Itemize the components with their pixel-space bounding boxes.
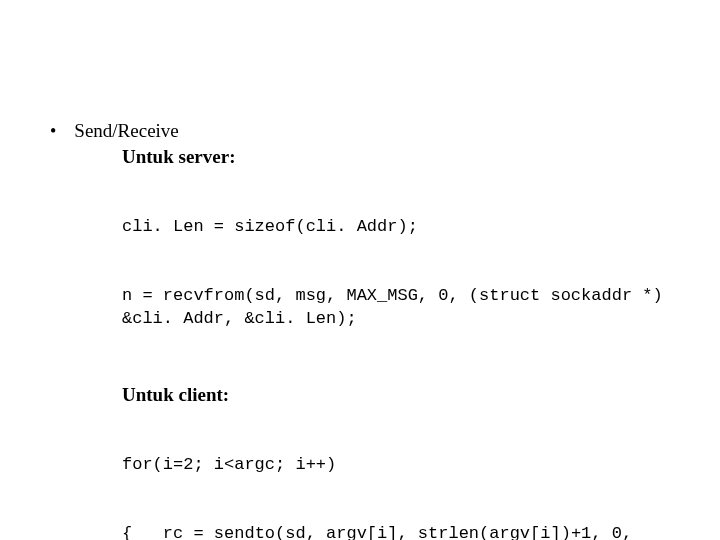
server-code-line: cli. Len = sizeof(cli. Addr); [122,216,680,239]
client-heading: Untuk client: [122,384,680,406]
client-code-line: for(i=2; i<argc; i++) [122,454,680,477]
server-section: Untuk server: cli. Len = sizeof(cli. Add… [122,146,680,540]
client-code: for(i=2; i<argc; i++) { rc = sendto(sd, … [122,408,680,540]
server-code: cli. Len = sizeof(cli. Addr); n = recvfr… [122,170,680,376]
bullet-title: Send/Receive [74,120,178,142]
server-code-line: n = recvfrom(sd, msg, MAX_MSG, 0, (struc… [122,285,680,331]
slide-content: • Send/Receive Untuk server: cli. Len = … [0,0,720,540]
bullet-item: • Send/Receive [50,120,680,142]
bullet-dot-icon: • [50,122,56,140]
client-code-line: { rc = sendto(sd, argv[i], strlen(argv[i… [122,523,680,540]
server-heading: Untuk server: [122,146,680,168]
